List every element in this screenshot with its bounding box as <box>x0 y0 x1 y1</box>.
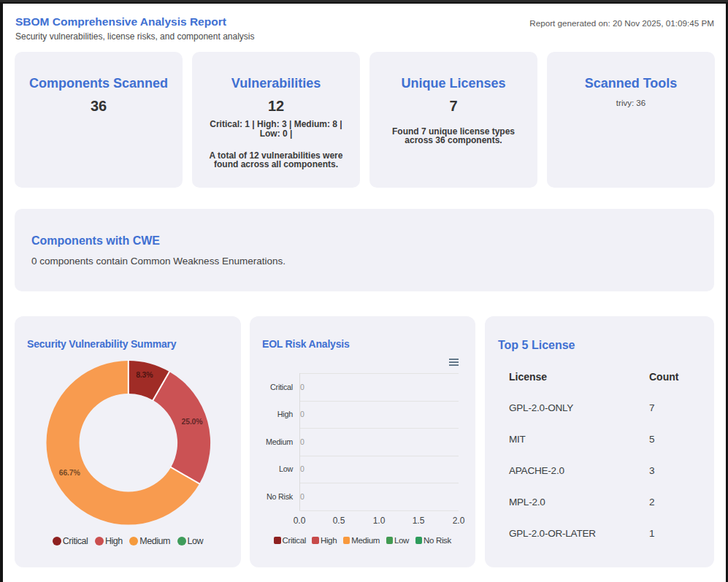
svg-text:66.7%: 66.7% <box>59 468 81 477</box>
svg-text:25.0%: 25.0% <box>182 417 204 426</box>
svg-text:8.3%: 8.3% <box>136 370 153 379</box>
